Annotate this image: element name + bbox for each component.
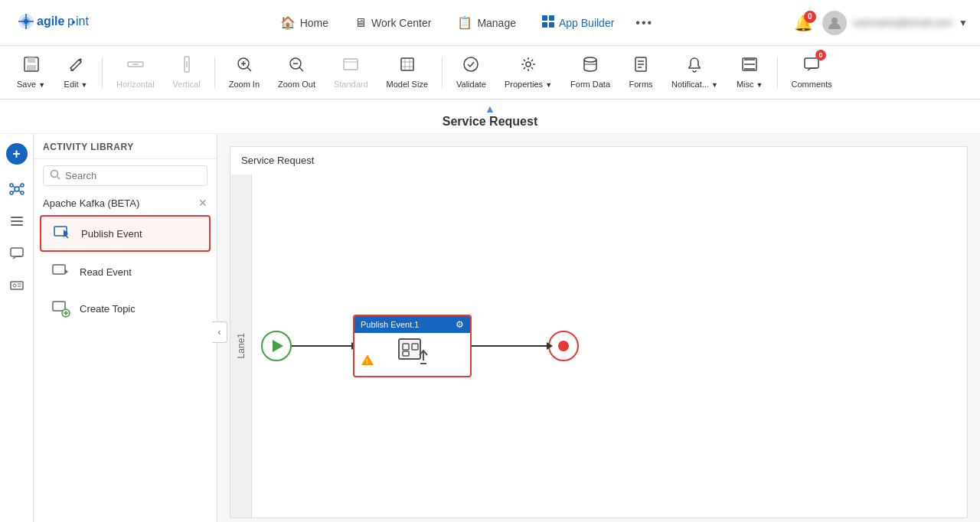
horizontal-icon — [127, 56, 144, 77]
add-activity-button[interactable]: + — [6, 143, 28, 165]
zoom-out-button[interactable]: Zoom Out — [270, 51, 323, 93]
home-icon: 🏠 — [280, 15, 296, 30]
canvas-inner: Lane1 Publish Event.1 — [230, 175, 967, 517]
svg-point-32 — [526, 62, 531, 67]
svg-rect-40 — [805, 58, 818, 68]
activity-library-panel: ACTIVITY LIBRARY Apache Kafka (BETA) ✕ — [34, 134, 217, 522]
process-node-body: ! — [354, 333, 470, 376]
connector-line-2 — [472, 345, 548, 347]
form-data-button[interactable]: Form Data — [563, 51, 618, 93]
notifications-bell[interactable]: 🔔 0 — [794, 14, 813, 32]
svg-text:int: int — [76, 15, 89, 28]
canvas-area: Service Request Lane1 — [217, 134, 980, 522]
save-button[interactable]: Save ▼ — [9, 51, 53, 93]
svg-rect-51 — [11, 220, 23, 222]
edit-button[interactable]: Edit ▼ — [56, 51, 96, 93]
svg-rect-12 — [549, 22, 554, 28]
end-node[interactable] — [548, 331, 579, 361]
sidebar-list-button[interactable] — [3, 207, 31, 235]
horizontal-button[interactable]: Horizontal — [109, 51, 162, 93]
page-title: Service Request — [0, 115, 980, 132]
svg-rect-53 — [11, 248, 23, 256]
publish-event-label: Publish Event — [81, 228, 142, 240]
svg-rect-16 — [27, 65, 36, 70]
process-node-publish-event[interactable]: Publish Event.1 ⚙ — [353, 315, 472, 377]
vertical-button[interactable]: Vertical — [165, 51, 208, 93]
standard-label: Standard — [334, 80, 368, 89]
nav-manage[interactable]: 📋 Manage — [446, 11, 527, 34]
model-size-label: Model Size — [387, 80, 428, 89]
svg-line-47 — [18, 186, 21, 188]
misc-label: Misc ▼ — [737, 80, 763, 89]
svg-rect-61 — [53, 265, 65, 274]
model-size-button[interactable]: Model Size — [379, 51, 436, 93]
misc-button[interactable]: Misc ▼ — [729, 51, 771, 93]
forms-button[interactable]: Forms — [621, 51, 661, 93]
validate-button[interactable]: Validate — [449, 51, 494, 93]
nav-work-center[interactable]: 🖥 Work Center — [344, 11, 442, 34]
save-icon — [23, 56, 40, 77]
create-topic-label: Create Topic — [80, 303, 136, 315]
form-data-label: Form Data — [570, 80, 610, 89]
connections-icon — [9, 181, 24, 197]
monitor-icon: 🖥 — [354, 16, 367, 30]
search-input[interactable] — [65, 170, 201, 181]
activity-library-title: ACTIVITY LIBRARY — [43, 142, 134, 152]
notifications-label: Notificat... ▼ — [671, 80, 718, 89]
sidebar-chat-button[interactable] — [3, 240, 31, 267]
user-avatar[interactable]: username@email.com ▼ — [822, 11, 968, 35]
standard-button[interactable]: Standard — [326, 51, 376, 93]
main-layout: + — [0, 134, 980, 522]
nav-menu: 🏠 Home 🖥 Work Center 📋 Manage App Builde… — [135, 11, 794, 35]
nav-app-builder[interactable]: App Builder — [531, 11, 625, 35]
svg-rect-50 — [11, 217, 23, 218]
process-node-title: Publish Event.1 — [361, 320, 419, 329]
svg-point-45 — [21, 191, 24, 194]
nav-manage-label: Manage — [477, 17, 516, 29]
publish-event-icon — [52, 223, 74, 244]
sidebar-id-button[interactable] — [3, 272, 31, 299]
validate-icon — [462, 56, 479, 77]
edit-label: Edit ▼ — [64, 80, 88, 89]
activity-item-create-topic[interactable]: Create Topic — [40, 292, 211, 325]
logo[interactable]: agile p int — [12, 8, 112, 38]
comments-button[interactable]: 0 Comments — [784, 51, 840, 93]
nav-home[interactable]: 🏠 Home — [270, 11, 339, 34]
user-dropdown-icon[interactable]: ▼ — [959, 18, 968, 28]
sidebar-connections-button[interactable] — [3, 175, 31, 203]
search-box[interactable] — [43, 165, 207, 186]
nav-more-button[interactable]: ••• — [629, 13, 659, 33]
create-topic-icon — [51, 298, 72, 319]
svg-line-59 — [57, 177, 60, 179]
collapse-panel-button[interactable]: ‹ — [212, 321, 227, 343]
page-header: ▲ Service Request — [0, 100, 980, 134]
properties-button[interactable]: Properties ▼ — [497, 51, 560, 93]
category-title: Apache Kafka (BETA) — [43, 197, 139, 209]
save-label: Save ▼ — [17, 80, 45, 89]
notifications-toolbar-icon — [686, 56, 703, 77]
play-icon — [273, 340, 283, 352]
chat-icon — [9, 246, 24, 261]
collapse-header-arrow[interactable]: ▲ — [0, 103, 980, 115]
user-name-label: username@email.com — [853, 17, 952, 28]
start-node[interactable] — [261, 331, 292, 361]
svg-rect-62 — [53, 302, 65, 311]
comments-badge: 0 — [815, 50, 826, 60]
category-close-button[interactable]: ✕ — [198, 197, 207, 209]
stop-icon — [558, 341, 569, 351]
svg-rect-11 — [542, 22, 547, 28]
canvas-diagram-title: Service Request — [241, 155, 314, 166]
standard-icon — [342, 56, 359, 77]
svg-line-46 — [13, 186, 15, 188]
svg-point-58 — [51, 171, 58, 178]
activity-item-read-event[interactable]: Read Event — [40, 255, 211, 289]
process-node-gear-icon[interactable]: ⚙ — [456, 319, 464, 330]
properties-label: Properties ▼ — [505, 80, 552, 89]
activity-item-publish-event[interactable]: Publish Event — [40, 215, 211, 252]
notifications-button[interactable]: Notificat... ▼ — [664, 51, 726, 93]
process-node-header: Publish Event.1 ⚙ — [354, 316, 470, 333]
zoom-out-icon — [288, 56, 305, 77]
grid-icon — [542, 15, 554, 31]
read-event-label: Read Event — [80, 266, 132, 278]
zoom-in-button[interactable]: Zoom In — [221, 51, 267, 93]
